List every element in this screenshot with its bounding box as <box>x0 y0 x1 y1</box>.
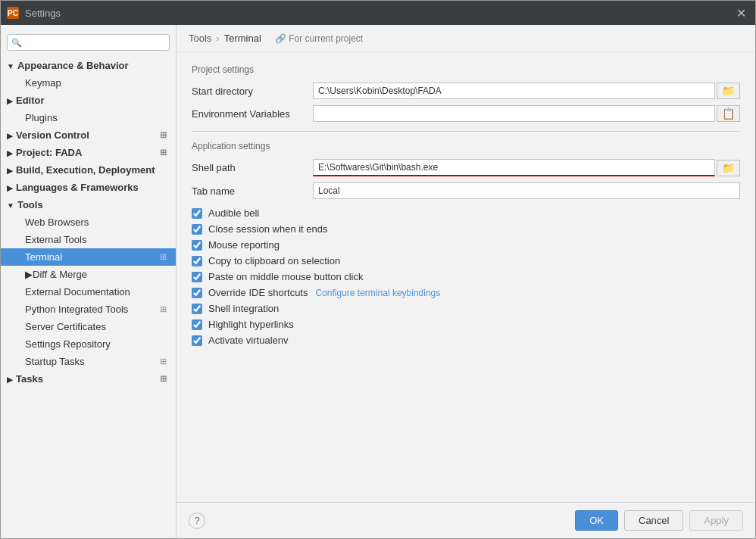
tab-name-input[interactable] <box>313 182 740 199</box>
checkbox-mouse-reporting[interactable]: Mouse reporting <box>192 237 740 253</box>
divider-1 <box>192 131 740 132</box>
sidebar-item-python-tools[interactable]: Python Integrated Tools ⊞ <box>1 301 176 318</box>
startup-tasks-icon: ⊞ <box>160 357 167 366</box>
search-box: 🔍 <box>7 34 170 51</box>
breadcrumb-parent: Tools <box>189 33 211 44</box>
checkbox-close-session-input[interactable] <box>192 224 202 235</box>
sidebar-item-settings-repo[interactable]: Settings Repository <box>1 335 176 353</box>
main-panel: Tools › Terminal 🔗 For current project P… <box>177 25 755 538</box>
shell-path-row: Shell path 📁 <box>192 159 740 176</box>
sidebar: 🔍 ▼Appearance & Behavior Keymap ▶Editor … <box>1 25 177 538</box>
checkbox-shell-integration-input[interactable] <box>192 304 202 314</box>
sidebar-item-external-doc[interactable]: External Documentation <box>1 283 176 301</box>
start-directory-browse-button[interactable]: 📁 <box>717 83 740 99</box>
app-settings-title: Application settings <box>192 141 740 151</box>
terminal-icon: ⊞ <box>160 252 167 262</box>
sidebar-item-version-control[interactable]: ▶Version Control ⊞ <box>1 126 176 144</box>
breadcrumb-sep: › <box>216 33 219 44</box>
shell-path-wrap: 📁 <box>313 159 740 176</box>
close-button[interactable]: ✕ <box>733 6 749 20</box>
search-input[interactable] <box>7 34 170 51</box>
checkbox-audible-bell[interactable]: Audible bell <box>192 205 740 221</box>
sidebar-item-web-browsers[interactable]: Web Browsers <box>1 213 176 231</box>
python-tools-icon: ⊞ <box>160 304 167 314</box>
sidebar-item-tools[interactable]: ▼Tools <box>1 196 176 213</box>
env-variables-browse-button[interactable]: 📋 <box>717 105 740 122</box>
checkbox-paste-middle-input[interactable] <box>192 272 202 282</box>
version-control-icon: ⊞ <box>160 130 167 140</box>
sidebar-item-diff-merge[interactable]: ▶Diff & Merge <box>1 266 176 283</box>
checkbox-override-ide-label: Override IDE shortcuts <box>208 287 308 298</box>
checkbox-copy-clipboard-input[interactable] <box>192 256 202 266</box>
project-settings-title: Project settings <box>192 64 740 75</box>
env-variables-input[interactable] <box>313 105 715 122</box>
checkbox-activate-virtualenv-input[interactable] <box>192 335 202 346</box>
env-variables-row: Environment Variables 📋 <box>192 105 740 122</box>
checkbox-activate-virtualenv-label: Activate virtualenv <box>208 335 289 346</box>
checkbox-paste-middle-label: Paste on middle mouse button click <box>208 271 364 282</box>
shell-path-input[interactable] <box>313 159 715 176</box>
checkbox-copy-clipboard[interactable]: Copy to clipboard on selection <box>192 253 740 269</box>
sidebar-item-build[interactable]: ▶Build, Execution, Deployment <box>1 161 176 179</box>
checkbox-highlight-hyperlinks[interactable]: Highlight hyperlinks <box>192 316 740 332</box>
checkbox-override-ide[interactable]: Override IDE shortcuts Configure termina… <box>192 285 740 301</box>
checkbox-close-session[interactable]: Close session when it ends <box>192 221 740 237</box>
checkbox-audible-bell-input[interactable] <box>192 208 202 219</box>
breadcrumb: Tools › Terminal 🔗 For current project <box>177 25 755 52</box>
shell-path-label: Shell path <box>192 162 313 173</box>
checkbox-activate-virtualenv[interactable]: Activate virtualenv <box>192 332 740 348</box>
configure-keybindings-link[interactable]: Configure terminal keybindings <box>316 288 441 298</box>
project-icon: ⊞ <box>160 148 167 157</box>
start-directory-input[interactable] <box>313 83 715 99</box>
checkbox-mouse-reporting-input[interactable] <box>192 240 202 251</box>
tab-name-label: Tab name <box>192 185 313 197</box>
start-directory-row: Start directory 📁 <box>192 83 740 99</box>
app-icon: PC <box>7 7 19 19</box>
checkbox-highlight-hyperlinks-input[interactable] <box>192 319 202 330</box>
checkbox-copy-clipboard-label: Copy to clipboard on selection <box>208 255 340 266</box>
checkbox-highlight-hyperlinks-label: Highlight hyperlinks <box>208 319 294 330</box>
tab-name-row: Tab name <box>192 182 740 199</box>
sidebar-item-plugins[interactable]: Plugins <box>1 109 176 126</box>
sidebar-item-languages[interactable]: ▶Languages & Frameworks <box>1 179 176 196</box>
tab-name-wrap <box>313 182 740 199</box>
checkbox-shell-integration[interactable]: Shell integration <box>192 301 740 316</box>
sidebar-item-terminal[interactable]: Terminal ⊞ <box>1 248 176 266</box>
window-title: Settings <box>25 8 733 19</box>
breadcrumb-current: Terminal <box>224 33 261 44</box>
checkbox-audible-bell-label: Audible bell <box>208 207 259 219</box>
search-icon: 🔍 <box>11 38 22 48</box>
sidebar-item-server-certs[interactable]: Server Certificates <box>1 318 176 335</box>
checkbox-shell-integration-label: Shell integration <box>208 303 279 314</box>
for-project-label: 🔗 For current project <box>275 33 363 44</box>
checkbox-close-session-label: Close session when it ends <box>208 223 328 235</box>
ok-button[interactable]: OK <box>575 510 618 531</box>
checkbox-paste-middle[interactable]: Paste on middle mouse button click <box>192 269 740 285</box>
start-directory-label: Start directory <box>192 86 313 97</box>
checkbox-mouse-reporting-label: Mouse reporting <box>208 239 280 251</box>
settings-dialog: PC Settings ✕ 🔍 ▼Appearance & Behavior K… <box>0 0 756 539</box>
env-variables-label: Environment Variables <box>192 108 313 120</box>
help-button[interactable]: ? <box>189 513 205 529</box>
main-content: 🔍 ▼Appearance & Behavior Keymap ▶Editor … <box>1 25 755 538</box>
bottom-bar: ? OK Cancel Apply <box>177 502 755 538</box>
env-variables-wrap: 📋 <box>313 105 740 122</box>
sidebar-item-tasks[interactable]: ▶Tasks ⊞ <box>1 370 176 388</box>
shell-path-browse-button[interactable]: 📁 <box>717 160 740 176</box>
settings-content: Project settings Start directory 📁 Envir… <box>177 52 755 502</box>
sidebar-item-editor[interactable]: ▶Editor <box>1 92 176 109</box>
tasks-icon: ⊞ <box>160 374 167 384</box>
title-bar: PC Settings ✕ <box>1 1 755 25</box>
sidebar-item-startup-tasks[interactable]: Startup Tasks ⊞ <box>1 353 176 370</box>
sidebar-item-keymap[interactable]: Keymap <box>1 74 176 92</box>
sidebar-item-project[interactable]: ▶Project: FADA ⊞ <box>1 144 176 161</box>
sidebar-item-appearance[interactable]: ▼Appearance & Behavior <box>1 57 176 74</box>
start-directory-wrap: 📁 <box>313 83 740 99</box>
checkbox-override-ide-input[interactable] <box>192 288 202 298</box>
sidebar-item-external-tools[interactable]: External Tools <box>1 231 176 248</box>
cancel-button[interactable]: Cancel <box>624 510 683 531</box>
apply-button[interactable]: Apply <box>689 510 743 531</box>
